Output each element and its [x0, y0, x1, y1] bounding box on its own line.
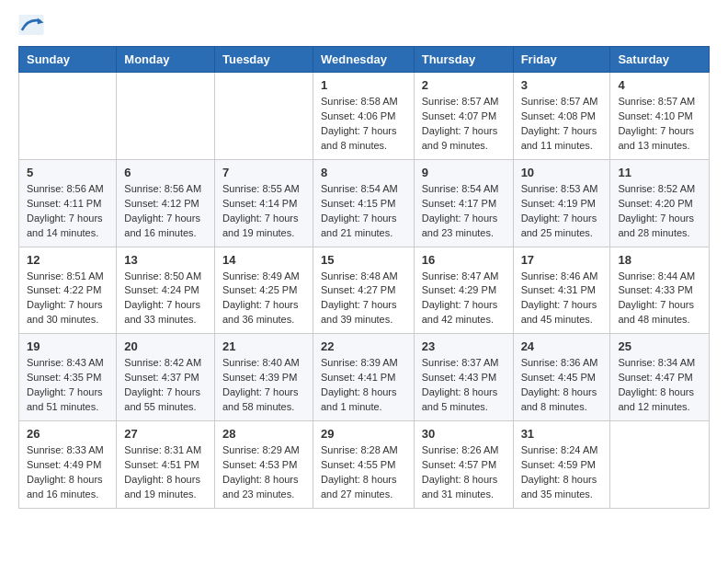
day-number: 11	[618, 166, 701, 179]
header-monday: Monday	[117, 47, 215, 73]
day-info: Sunrise: 8:42 AM Sunset: 4:37 PM Dayligh…	[124, 356, 207, 415]
day-cell: 9Sunrise: 8:54 AM Sunset: 4:17 PM Daylig…	[414, 159, 513, 247]
week-row-5: 26Sunrise: 8:33 AM Sunset: 4:49 PM Dayli…	[19, 421, 710, 509]
page-header	[18, 15, 710, 35]
day-number: 16	[422, 253, 506, 267]
day-cell	[214, 73, 313, 160]
day-info: Sunrise: 8:43 AM Sunset: 4:35 PM Dayligh…	[27, 356, 108, 415]
day-number: 22	[321, 339, 406, 353]
day-info: Sunrise: 8:29 AM Sunset: 4:53 PM Dayligh…	[222, 443, 305, 502]
day-info: Sunrise: 8:52 AM Sunset: 4:20 PM Dayligh…	[618, 182, 701, 241]
day-info: Sunrise: 8:56 AM Sunset: 4:12 PM Dayligh…	[124, 182, 207, 241]
day-number: 10	[521, 166, 603, 179]
header-saturday: Saturday	[610, 47, 710, 73]
day-cell	[610, 421, 710, 509]
day-cell: 16Sunrise: 8:47 AM Sunset: 4:29 PM Dayli…	[414, 247, 513, 334]
day-info: Sunrise: 8:48 AM Sunset: 4:27 PM Dayligh…	[321, 270, 406, 328]
day-cell: 6Sunrise: 8:56 AM Sunset: 4:12 PM Daylig…	[117, 159, 215, 247]
day-info: Sunrise: 8:49 AM Sunset: 4:25 PM Dayligh…	[222, 270, 305, 328]
logo	[18, 15, 48, 35]
day-cell: 12Sunrise: 8:51 AM Sunset: 4:22 PM Dayli…	[19, 247, 117, 334]
day-info: Sunrise: 8:54 AM Sunset: 4:15 PM Dayligh…	[321, 182, 406, 241]
day-cell: 8Sunrise: 8:54 AM Sunset: 4:15 PM Daylig…	[313, 159, 414, 247]
day-number: 18	[618, 253, 701, 267]
weekday-header-row: SundayMondayTuesdayWednesdayThursdayFrid…	[19, 47, 710, 73]
day-number: 3	[521, 78, 603, 92]
day-number: 13	[124, 253, 207, 267]
day-number: 25	[618, 339, 701, 353]
day-info: Sunrise: 8:34 AM Sunset: 4:47 PM Dayligh…	[618, 356, 701, 415]
day-cell: 30Sunrise: 8:26 AM Sunset: 4:57 PM Dayli…	[414, 421, 513, 509]
day-number: 1	[321, 78, 406, 92]
week-row-1: 1Sunrise: 8:58 AM Sunset: 4:06 PM Daylig…	[19, 73, 710, 160]
day-cell: 14Sunrise: 8:49 AM Sunset: 4:25 PM Dayli…	[214, 247, 313, 334]
day-cell: 31Sunrise: 8:24 AM Sunset: 4:59 PM Dayli…	[513, 421, 610, 509]
day-info: Sunrise: 8:50 AM Sunset: 4:24 PM Dayligh…	[124, 270, 207, 328]
day-info: Sunrise: 8:31 AM Sunset: 4:51 PM Dayligh…	[124, 443, 207, 502]
header-friday: Friday	[513, 47, 610, 73]
day-number: 24	[521, 339, 603, 353]
day-cell: 28Sunrise: 8:29 AM Sunset: 4:53 PM Dayli…	[214, 421, 313, 509]
header-tuesday: Tuesday	[214, 47, 313, 73]
header-wednesday: Wednesday	[313, 47, 414, 73]
day-cell: 22Sunrise: 8:39 AM Sunset: 4:41 PM Dayli…	[313, 334, 414, 421]
header-sunday: Sunday	[19, 47, 117, 73]
logo-icon	[18, 15, 44, 35]
day-number: 14	[222, 253, 305, 267]
day-cell: 17Sunrise: 8:46 AM Sunset: 4:31 PM Dayli…	[513, 247, 610, 334]
day-cell: 19Sunrise: 8:43 AM Sunset: 4:35 PM Dayli…	[19, 334, 117, 421]
day-number: 27	[124, 427, 207, 441]
day-info: Sunrise: 8:54 AM Sunset: 4:17 PM Dayligh…	[422, 182, 506, 241]
day-info: Sunrise: 8:51 AM Sunset: 4:22 PM Dayligh…	[27, 270, 108, 328]
day-info: Sunrise: 8:37 AM Sunset: 4:43 PM Dayligh…	[422, 356, 506, 415]
day-cell: 27Sunrise: 8:31 AM Sunset: 4:51 PM Dayli…	[117, 421, 215, 509]
day-number: 4	[618, 78, 701, 92]
day-info: Sunrise: 8:39 AM Sunset: 4:41 PM Dayligh…	[321, 356, 406, 415]
day-cell: 4Sunrise: 8:57 AM Sunset: 4:10 PM Daylig…	[610, 73, 710, 160]
day-cell: 3Sunrise: 8:57 AM Sunset: 4:08 PM Daylig…	[513, 73, 610, 160]
day-number: 8	[321, 166, 406, 179]
day-number: 23	[422, 339, 506, 353]
day-cell: 24Sunrise: 8:36 AM Sunset: 4:45 PM Dayli…	[513, 334, 610, 421]
week-row-3: 12Sunrise: 8:51 AM Sunset: 4:22 PM Dayli…	[19, 247, 710, 334]
day-info: Sunrise: 8:55 AM Sunset: 4:14 PM Dayligh…	[222, 182, 305, 241]
day-info: Sunrise: 8:24 AM Sunset: 4:59 PM Dayligh…	[521, 443, 603, 502]
day-cell: 29Sunrise: 8:28 AM Sunset: 4:55 PM Dayli…	[313, 421, 414, 509]
day-number: 31	[521, 427, 603, 441]
day-number: 21	[222, 339, 305, 353]
day-number: 15	[321, 253, 406, 267]
day-number: 30	[422, 427, 506, 441]
day-cell: 5Sunrise: 8:56 AM Sunset: 4:11 PM Daylig…	[19, 159, 117, 247]
header-thursday: Thursday	[414, 47, 513, 73]
day-info: Sunrise: 8:33 AM Sunset: 4:49 PM Dayligh…	[27, 443, 108, 502]
day-cell: 23Sunrise: 8:37 AM Sunset: 4:43 PM Dayli…	[414, 334, 513, 421]
day-cell	[19, 73, 117, 160]
day-cell: 1Sunrise: 8:58 AM Sunset: 4:06 PM Daylig…	[313, 73, 414, 160]
day-number: 28	[222, 427, 305, 441]
day-number: 7	[222, 166, 305, 179]
week-row-2: 5Sunrise: 8:56 AM Sunset: 4:11 PM Daylig…	[19, 159, 710, 247]
day-cell: 15Sunrise: 8:48 AM Sunset: 4:27 PM Dayli…	[313, 247, 414, 334]
day-cell: 13Sunrise: 8:50 AM Sunset: 4:24 PM Dayli…	[117, 247, 215, 334]
day-info: Sunrise: 8:46 AM Sunset: 4:31 PM Dayligh…	[521, 270, 603, 328]
day-info: Sunrise: 8:40 AM Sunset: 4:39 PM Dayligh…	[222, 356, 305, 415]
day-cell: 25Sunrise: 8:34 AM Sunset: 4:47 PM Dayli…	[610, 334, 710, 421]
svg-rect-0	[18, 15, 43, 35]
day-cell	[117, 73, 215, 160]
day-cell: 7Sunrise: 8:55 AM Sunset: 4:14 PM Daylig…	[214, 159, 313, 247]
calendar: SundayMondayTuesdayWednesdayThursdayFrid…	[18, 46, 710, 509]
day-info: Sunrise: 8:57 AM Sunset: 4:08 PM Dayligh…	[521, 95, 603, 154]
day-number: 20	[124, 339, 207, 353]
day-number: 29	[321, 427, 406, 441]
day-number: 26	[27, 427, 108, 441]
day-info: Sunrise: 8:28 AM Sunset: 4:55 PM Dayligh…	[321, 443, 406, 502]
day-info: Sunrise: 8:58 AM Sunset: 4:06 PM Dayligh…	[321, 95, 406, 154]
day-info: Sunrise: 8:36 AM Sunset: 4:45 PM Dayligh…	[521, 356, 603, 415]
day-info: Sunrise: 8:26 AM Sunset: 4:57 PM Dayligh…	[422, 443, 506, 502]
day-cell: 11Sunrise: 8:52 AM Sunset: 4:20 PM Dayli…	[610, 159, 710, 247]
week-row-4: 19Sunrise: 8:43 AM Sunset: 4:35 PM Dayli…	[19, 334, 710, 421]
day-number: 5	[27, 166, 108, 179]
day-info: Sunrise: 8:53 AM Sunset: 4:19 PM Dayligh…	[521, 182, 603, 241]
day-cell: 20Sunrise: 8:42 AM Sunset: 4:37 PM Dayli…	[117, 334, 215, 421]
day-number: 6	[124, 166, 207, 179]
